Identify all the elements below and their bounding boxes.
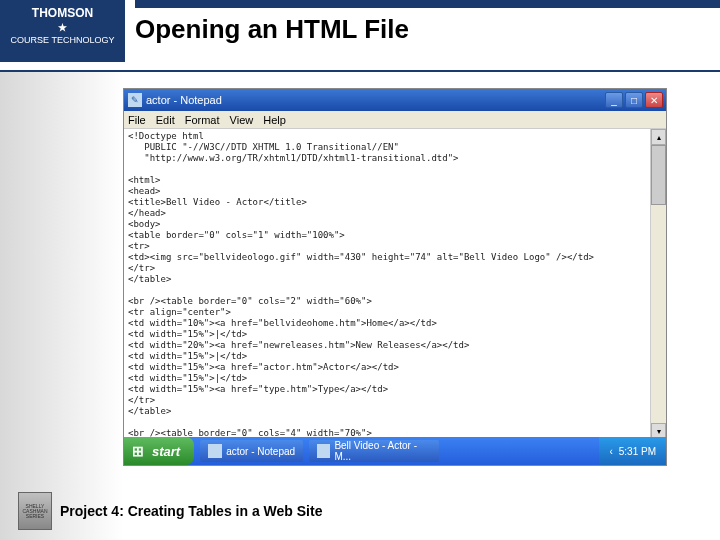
notepad-window: ✎ actor - Notepad _ □ ✕ File Edit Format… xyxy=(123,88,667,466)
series-badge: SHELLY CASHMAN SERIES xyxy=(18,492,52,530)
scroll-thumb[interactable] xyxy=(651,145,666,205)
editor-content[interactable]: <!Doctype html PUBLIC "-//W3C//DTD XHTML… xyxy=(124,129,666,439)
taskbar-item-browser[interactable]: Bell Video - Actor - M... xyxy=(309,440,439,462)
slide-footer: SHELLY CASHMAN SERIES Project 4: Creatin… xyxy=(0,492,720,530)
brand-sub: COURSE TECHNOLOGY xyxy=(0,35,125,45)
notepad-task-icon xyxy=(208,444,222,458)
window-titlebar[interactable]: ✎ actor - Notepad _ □ ✕ xyxy=(124,89,666,111)
windows-logo-icon xyxy=(132,443,148,459)
menu-view[interactable]: View xyxy=(230,114,254,126)
notepad-icon: ✎ xyxy=(128,93,142,107)
taskbar-item-notepad[interactable]: actor - Notepad xyxy=(200,440,303,462)
star-icon: ★ xyxy=(0,22,125,33)
clock: 5:31 PM xyxy=(619,446,656,457)
scroll-up-icon[interactable]: ▴ xyxy=(651,129,666,145)
taskbar: start actor - Notepad Bell Video - Actor… xyxy=(124,437,666,465)
close-button[interactable]: ✕ xyxy=(645,92,663,108)
window-title: actor - Notepad xyxy=(146,94,605,106)
page-title: Opening an HTML File xyxy=(135,10,720,45)
brand-name: THOMSON xyxy=(32,6,93,20)
start-button[interactable]: start xyxy=(124,437,194,465)
vertical-scrollbar[interactable]: ▴ ▾ xyxy=(650,129,666,439)
minimize-button[interactable]: _ xyxy=(605,92,623,108)
system-tray[interactable]: ‹ 5:31 PM xyxy=(599,437,666,465)
menu-edit[interactable]: Edit xyxy=(156,114,175,126)
taskbar-item-label: actor - Notepad xyxy=(226,446,295,457)
menu-file[interactable]: File xyxy=(128,114,146,126)
taskbar-item-label: Bell Video - Actor - M... xyxy=(334,440,431,462)
maximize-button[interactable]: □ xyxy=(625,92,643,108)
browser-task-icon xyxy=(317,444,330,458)
menu-format[interactable]: Format xyxy=(185,114,220,126)
menu-help[interactable]: Help xyxy=(263,114,286,126)
tray-icon: ‹ xyxy=(609,446,612,457)
badge-text: SHELLY CASHMAN SERIES xyxy=(19,504,51,519)
title-accent-bar xyxy=(135,0,720,8)
menu-bar: File Edit Format View Help xyxy=(124,111,666,129)
slide-header: THOMSON ★ COURSE TECHNOLOGY Opening an H… xyxy=(0,0,720,72)
footer-text: Project 4: Creating Tables in a Web Site xyxy=(60,503,322,519)
start-label: start xyxy=(152,444,180,459)
title-area: Opening an HTML File xyxy=(127,0,720,45)
brand-logo: THOMSON ★ COURSE TECHNOLOGY xyxy=(0,0,127,62)
